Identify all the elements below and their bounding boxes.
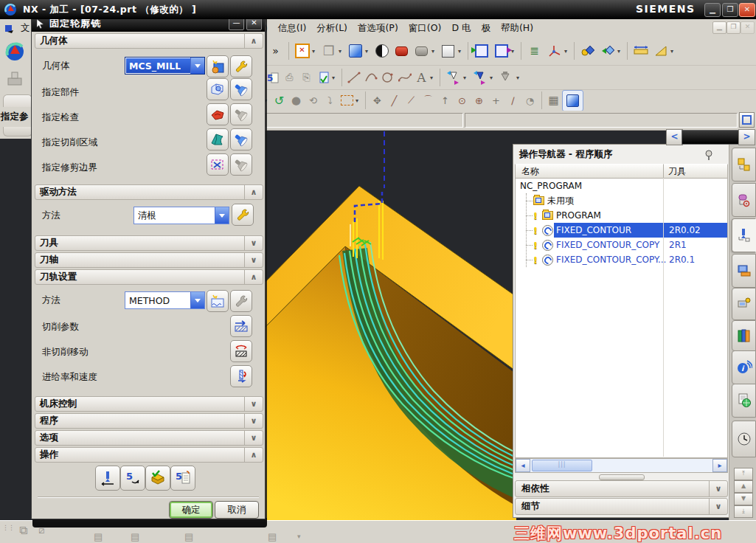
orient-wcs-icon[interactable]: ⟲ [305, 92, 322, 108]
disabled-step-icon-4[interactable]: ▤ [268, 531, 277, 542]
tool-white-dropdown-arrow[interactable]: ▾ [463, 75, 470, 81]
chevron-up-icon[interactable]: ∧ [244, 185, 263, 199]
snap-midpoint-icon[interactable]: ⟋ [403, 92, 420, 108]
shaded-sphere-icon[interactable]: ● [288, 92, 305, 108]
tabs-scroll-top-button[interactable]: ⤒ [734, 468, 753, 480]
snap-arc-icon[interactable]: ⌒ [420, 92, 437, 108]
view-orient-dropdown-arrow[interactable]: ▾ [365, 48, 372, 55]
chevron-down-icon[interactable] [215, 207, 229, 224]
edit-geometry-button[interactable] [230, 55, 252, 77]
csys-dropdown-arrow[interactable]: ▾ [564, 48, 571, 55]
edit-method-button[interactable] [230, 290, 252, 312]
csys-icon[interactable] [544, 41, 564, 61]
chevron-up-icon[interactable]: ∧ [244, 448, 263, 462]
tool-gray-dropdown-arrow[interactable]: ▾ [516, 75, 523, 81]
cutting-parameters-button[interactable] [230, 315, 252, 337]
highlight-check-button[interactable] [230, 103, 252, 125]
diamond-dropdown-arrow[interactable]: ▾ [617, 48, 624, 55]
background-dropdown-arrow[interactable]: ▾ [458, 48, 465, 55]
arc-tool-icon[interactable] [362, 69, 379, 86]
cancel-button[interactable]: 取消 [215, 501, 259, 519]
options-section-header[interactable]: 选项 ∨ [35, 430, 263, 446]
tree-row-unused-items[interactable]: 未用项 [516, 193, 727, 208]
snap-point-on-curve-icon[interactable]: ∕ [504, 92, 521, 108]
mdi-restore-button[interactable]: ❐ [726, 21, 741, 34]
verify-toolpath-button[interactable] [145, 466, 170, 491]
disabled-step-icon-2[interactable]: ▤ [131, 531, 139, 542]
select-check-button[interactable] [207, 103, 229, 125]
selection-dropdown-arrow[interactable]: ▾ [356, 97, 362, 104]
chevron-down-icon[interactable]: ∨ [244, 414, 263, 428]
wave-link-icon[interactable] [471, 41, 491, 61]
chevron-down-icon[interactable] [190, 58, 204, 74]
line-tool-icon[interactable] [345, 69, 362, 86]
tab-history[interactable] [732, 421, 756, 457]
document-dropdown-arrow[interactable]: ▾ [332, 75, 339, 81]
tab-internet-info[interactable]: i [732, 350, 756, 384]
feeds-speeds-button[interactable] [230, 365, 252, 387]
section-dropdown-arrow[interactable]: ▾ [431, 48, 438, 55]
tab-operation-navigator[interactable] [732, 218, 756, 252]
tabs-scroll-bottom-button[interactable]: ⤓ [734, 505, 753, 518]
tabs-scroll-down-button[interactable]: ▼ [734, 493, 753, 505]
check-document-icon[interactable] [315, 69, 332, 86]
list-toolpath-button[interactable]: 5 [170, 466, 195, 491]
status-dropdown-arrow[interactable]: ▾ [297, 533, 301, 540]
generate-toolpath-button[interactable] [95, 466, 120, 491]
layout-icon[interactable]: ❐ [319, 41, 339, 61]
highlight-cut-area-button[interactable] [230, 128, 252, 151]
nx-app-icon[interactable] [4, 41, 26, 63]
navigator-collapse-right-button[interactable]: > [738, 129, 755, 145]
tree-row-fixed-contour-copy-2[interactable]: ! FIXED_CONTOUR_COPY... 2R0.1 [516, 252, 727, 267]
drive-method-section-header[interactable]: 驱动方法 ∧ [35, 184, 263, 200]
grid-point-icon[interactable]: ▦ [545, 92, 562, 108]
tab-roles[interactable] [732, 320, 756, 351]
chevron-down-icon[interactable]: ∨ [244, 236, 263, 250]
program-section-header[interactable]: 程序 ∨ [35, 413, 263, 429]
mdi-close-button[interactable]: ✕ [741, 21, 755, 34]
tool-section-header[interactable]: 刀具 ∨ [35, 235, 263, 251]
class-selection-icon[interactable] [339, 92, 356, 108]
mdi-minimize-button[interactable]: ▁ [712, 21, 726, 34]
tab-constraint-navigator[interactable] [732, 183, 756, 217]
replay-toolpath-button[interactable]: 5 [120, 466, 145, 491]
panel-splitter-handle[interactable] [599, 474, 645, 480]
menu-d-tools[interactable]: D 电 [446, 21, 476, 36]
chevron-down-icon[interactable]: ∨ [244, 431, 263, 445]
tree-row-fixed-contour-copy[interactable]: ! FIXED_CONTOUR_COPY 2R1 [516, 238, 727, 252]
machine-control-section-header[interactable]: 机床控制 ∨ [35, 396, 263, 412]
tree-row-fixed-contour[interactable]: ! FIXED_CONTOUR 2R0.02 [516, 223, 727, 238]
column-header-name[interactable]: 名称 [515, 164, 665, 179]
chevron-down-icon[interactable] [190, 292, 204, 308]
edit-section-icon[interactable] [392, 41, 412, 61]
disabled-step-icon-3[interactable]: ▤ [184, 531, 193, 542]
part-list-icon[interactable]: ≣ [524, 41, 544, 61]
chevron-down-icon[interactable]: ∨ [244, 253, 263, 267]
layout-dropdown-arrow[interactable]: ▾ [339, 48, 345, 55]
menu-preferences[interactable]: 首选项(P) [353, 21, 403, 36]
path-method-select[interactable]: METHOD [125, 291, 205, 309]
wave-dropdown-arrow[interactable]: ▾ [511, 48, 518, 55]
orient-part-icon[interactable]: ⤵ [322, 92, 339, 108]
tab-web-browser[interactable] [732, 384, 756, 418]
arrow-diamond-icon[interactable] [597, 41, 617, 61]
create-tool-white-icon[interactable] [443, 68, 463, 88]
fit-window-icon[interactable] [739, 112, 755, 128]
background-icon[interactable] [438, 41, 458, 61]
edit-drive-method-button[interactable] [232, 204, 254, 226]
pin-icon[interactable] [704, 150, 713, 160]
snap-quadrant-icon[interactable]: ⊕ [471, 92, 488, 108]
select-part-button[interactable] [207, 78, 229, 100]
window-restore-button[interactable]: ❐ [722, 3, 738, 17]
menu-window[interactable]: 窗口(O) [403, 21, 447, 36]
stamp-rail-icon[interactable] [5, 69, 24, 89]
menu-information[interactable]: 信息(I) [273, 21, 311, 36]
highlight-trim-boundary-button[interactable] [230, 153, 252, 176]
spline-tool-icon[interactable] [396, 69, 413, 86]
ok-button[interactable]: 确定 [169, 501, 213, 519]
chevron-down-icon[interactable]: ∨ [709, 499, 727, 514]
geometry-select[interactable]: MCS_MILL [125, 57, 205, 75]
snap-point-on-face-icon[interactable]: ◔ [521, 92, 538, 108]
clip-section-icon[interactable] [412, 41, 431, 61]
tabs-scroll-up-button[interactable]: ▲ [734, 480, 753, 493]
